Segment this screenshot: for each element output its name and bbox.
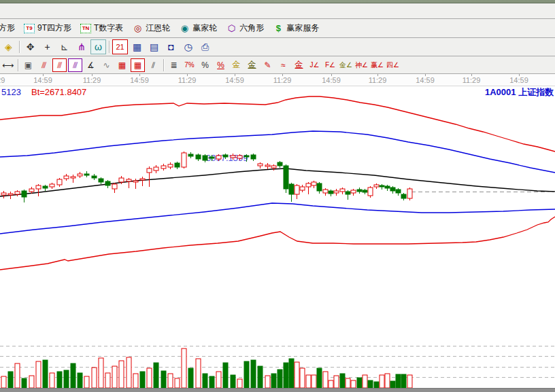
- candle-body: [284, 166, 288, 189]
- percent-line-icon[interactable]: 7%: [182, 58, 197, 72]
- wave-percent-icon[interactable]: ≈: [276, 58, 290, 72]
- gold-coin-icon[interactable]: 金: [229, 58, 243, 72]
- volume-bar: [112, 366, 117, 388]
- candle-body: [216, 156, 221, 159]
- candle-body: [182, 153, 186, 167]
- volume-bar: [78, 373, 82, 388]
- crosshair-icon[interactable]: +: [39, 39, 55, 54]
- grid-icon[interactable]: ▦: [115, 58, 129, 72]
- win-angle-icon[interactable]: 赢∠: [370, 58, 384, 72]
- candle-body: [237, 156, 242, 158]
- winner-service-button-icon: $: [273, 24, 284, 33]
- angle-lines-icon[interactable]: ∡: [84, 58, 98, 72]
- volume-bar: [57, 372, 62, 388]
- volume-bar: [8, 372, 13, 388]
- parallel-lines-icon[interactable]: ⫽: [146, 58, 161, 72]
- four-angle-icon[interactable]: 四∠: [386, 58, 400, 72]
- angle-measure-icon[interactable]: ⊾: [56, 39, 72, 54]
- boxed-grid-icon[interactable]: ▦: [131, 58, 145, 72]
- candle-body: [312, 182, 316, 185]
- volume-bar: [265, 376, 270, 388]
- candle-body: [368, 188, 373, 196]
- winner-wheel-button[interactable]: ◉赢家轮: [179, 22, 217, 34]
- percent-underline-icon[interactable]: %: [214, 58, 228, 72]
- candle-body: [50, 184, 54, 187]
- save-icon[interactable]: ◘: [163, 39, 179, 54]
- volume-bar: [385, 374, 390, 388]
- volume-bar: [289, 359, 294, 388]
- candle-body: [278, 162, 282, 166]
- brain-icon[interactable]: ω: [90, 39, 106, 54]
- calendar-icon[interactable]: 21: [112, 39, 128, 54]
- shen-angle-icon[interactable]: 神∠: [354, 58, 369, 72]
- volume-bar: [374, 382, 379, 388]
- hexagon-button[interactable]: ⬡六角形: [226, 22, 264, 34]
- t9-square-button[interactable]: T99T四方形: [24, 22, 71, 34]
- candle-body: [127, 179, 131, 181]
- pitchfork-icon[interactable]: ⋔: [73, 39, 89, 54]
- hexagon-button-icon: ⬡: [226, 24, 237, 33]
- box-tool-icon[interactable]: ▣: [21, 58, 35, 72]
- candle-body: [147, 168, 152, 173]
- volume-bar: [15, 363, 20, 388]
- time-label: 14:59: [221, 76, 248, 84]
- toolbar-separator: [19, 41, 20, 53]
- width-measure-icon[interactable]: ⟷: [1, 58, 15, 72]
- percent-icon[interactable]: %: [198, 58, 212, 72]
- volume-bar: [92, 368, 97, 388]
- brush-icon[interactable]: ✎: [260, 58, 275, 72]
- candle-body: [71, 177, 75, 178]
- boxed-fan-icon[interactable]: ⫻: [52, 58, 67, 72]
- winner-wheel-button-label: 赢家轮: [192, 22, 217, 34]
- f-angle-icon[interactable]: F∠: [323, 58, 337, 72]
- gann-wheel-button[interactable]: ◎江恩轮: [132, 22, 170, 34]
- notepad-icon[interactable]: ▤: [146, 39, 162, 54]
- candle-body: [92, 176, 97, 178]
- candle-body: [168, 164, 173, 167]
- candle-body: [161, 166, 166, 168]
- toolbar-tools: ◈✥+⊾⋔ω21▦▤◘◷⎙: [0, 38, 555, 56]
- gann-wheel-button-icon: ◎: [132, 24, 143, 33]
- volume-bar: [407, 375, 412, 388]
- candle-body: [251, 155, 256, 159]
- gann-fan-icon[interactable]: ⫻: [37, 58, 51, 72]
- scale-icon[interactable]: ≣: [167, 58, 181, 72]
- compass-icon[interactable]: ◈: [1, 39, 16, 54]
- candle-body: [401, 194, 406, 198]
- gold-underline-icon[interactable]: 金: [292, 58, 306, 72]
- chart-svg[interactable]: [0, 86, 555, 392]
- j-angle-icon[interactable]: J∠: [307, 58, 322, 72]
- volume-bar: [329, 380, 333, 388]
- bottom-scroll-strip[interactable]: [0, 388, 555, 392]
- candle-body: [112, 184, 117, 189]
- pan-hand-icon[interactable]: ✥: [22, 39, 38, 54]
- candle-body: [334, 191, 339, 193]
- volume-bar: [295, 362, 299, 388]
- winner-service-button[interactable]: $赢家服务: [273, 22, 319, 34]
- candle-body: [329, 191, 333, 194]
- gold-angle-icon[interactable]: 金∠: [339, 58, 353, 72]
- candle-body: [196, 155, 201, 159]
- calculator-icon[interactable]: ▦: [129, 39, 145, 54]
- time-label: 11:29: [0, 76, 10, 84]
- print-icon[interactable]: ⎙: [197, 39, 213, 54]
- candle-body: [203, 156, 207, 160]
- volume-bar: [390, 381, 395, 388]
- volume-bar: [168, 374, 173, 388]
- zigzag-icon[interactable]: ∿: [99, 58, 114, 72]
- candle-body: [105, 181, 110, 185]
- time-label: 11:29: [269, 76, 296, 84]
- volume-bar: [119, 361, 124, 388]
- clock-chart-icon[interactable]: ◷: [180, 39, 196, 54]
- square-shape-button[interactable]: 四方形: [0, 22, 15, 34]
- volume-bar: [278, 370, 282, 388]
- t-number-table-button[interactable]: TNT数字表: [80, 22, 123, 34]
- shaded-fan-icon[interactable]: ⫻: [68, 58, 82, 72]
- t-number-table-button-icon: TN: [80, 24, 91, 33]
- candle-body: [223, 155, 228, 157]
- volume-bar: [1, 376, 6, 388]
- gold-lines-icon[interactable]: 金: [245, 58, 259, 72]
- candle-body: [323, 190, 328, 193]
- volume-bar: [209, 376, 214, 388]
- volume-bar: [216, 372, 221, 388]
